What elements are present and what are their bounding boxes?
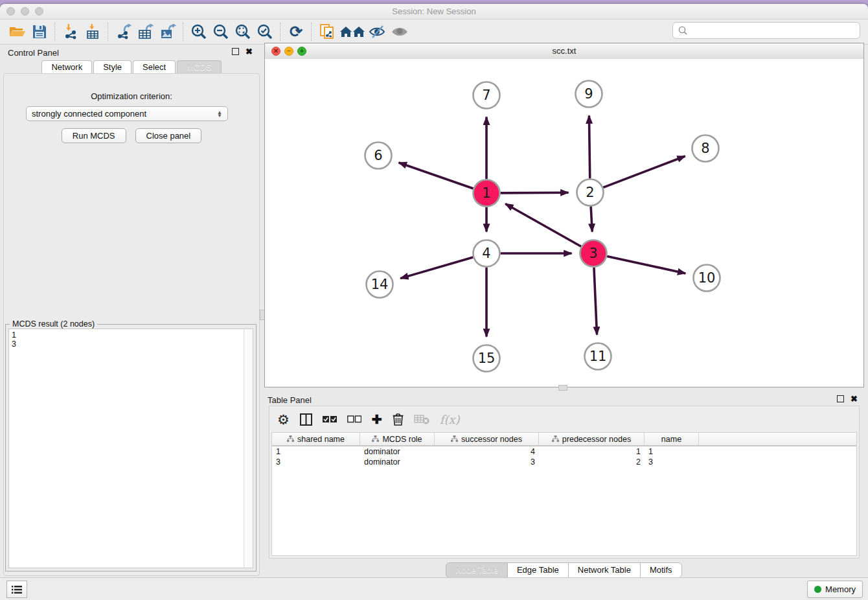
graph-node-4[interactable]: 4: [474, 240, 500, 267]
table-cell-name[interactable]: 3: [645, 457, 699, 467]
float-table-panel-icon[interactable]: [837, 395, 844, 402]
search-input[interactable]: [691, 25, 860, 36]
delete-rows-button[interactable]: [393, 410, 404, 428]
graph-edge-1-2[interactable]: [500, 192, 568, 193]
dropdown-stepper-icon: ▲▼: [217, 111, 222, 117]
graph-node-label: 11: [589, 349, 607, 364]
refresh-button[interactable]: ⟳: [285, 21, 307, 42]
criterion-dropdown[interactable]: strongly connected component ▲▼: [26, 106, 228, 121]
graph-node-11[interactable]: 11: [585, 343, 611, 370]
network-window-titlebar: ✕ − + scc.txt: [265, 43, 863, 60]
task-history-button[interactable]: [6, 581, 27, 598]
tab-motifs[interactable]: Motifs: [640, 562, 682, 578]
tab-mcds[interactable]: MCDS: [177, 60, 221, 74]
graph-node-3[interactable]: 3: [580, 240, 607, 267]
tab-network[interactable]: Network: [41, 60, 92, 74]
first-neighbors-button[interactable]: [338, 21, 367, 42]
graph-edge-2-8[interactable]: [603, 156, 685, 187]
close-panel-button[interactable]: Close panel: [135, 128, 202, 143]
graph-edge-3-11[interactable]: [594, 267, 597, 334]
table-cell-successor-nodes[interactable]: 4: [435, 447, 539, 456]
network-canvas[interactable]: 7968124314101511: [265, 59, 863, 387]
zoom-in-button[interactable]: [188, 21, 210, 42]
table-cell-name[interactable]: 1: [645, 447, 699, 456]
mcds-result-line: 3: [12, 340, 250, 349]
float-panel-icon[interactable]: [232, 48, 239, 55]
add-row-button[interactable]: ✚: [372, 410, 382, 428]
tab-style[interactable]: Style: [93, 60, 131, 74]
close-table-panel-icon[interactable]: ✖: [851, 395, 858, 403]
mcds-result-line: 1: [12, 330, 250, 340]
table-cell-successor-nodes[interactable]: 3: [435, 457, 539, 467]
table-row[interactable]: 1dominator411: [272, 446, 856, 457]
run-mcds-button[interactable]: Run MCDS: [62, 128, 126, 143]
zoom-fit-button[interactable]: [232, 21, 254, 42]
graph-edge-2-3[interactable]: [591, 206, 592, 231]
first-neighbors-icon: [339, 25, 365, 39]
delete-table-button[interactable]: [414, 410, 429, 428]
column-header-predecessor-nodes[interactable]: predecessor nodes: [539, 433, 645, 445]
export-image-button[interactable]: [157, 21, 179, 42]
main-toolbar: ⟳: [0, 19, 868, 45]
tab-node-table[interactable]: Node Table: [446, 562, 508, 578]
show-all-button[interactable]: [389, 21, 411, 42]
search-box[interactable]: [672, 22, 860, 39]
graph-edge-3-10[interactable]: [607, 257, 685, 273]
columns-button[interactable]: [300, 410, 312, 428]
graph-node-10[interactable]: 10: [694, 265, 720, 292]
tab-network-table[interactable]: Network Table: [568, 562, 641, 578]
zoom-selected-button[interactable]: [254, 21, 276, 42]
gear-button[interactable]: ⚙: [277, 410, 290, 428]
graph-node-label: 15: [478, 351, 496, 366]
hide-eye-icon: [369, 25, 387, 39]
graph-node-14[interactable]: 14: [367, 271, 393, 298]
graph-edge-3-1[interactable]: [505, 203, 581, 246]
graph-edge-4-14[interactable]: [400, 257, 473, 279]
zoom-out-icon: [213, 24, 229, 40]
graph-node-8[interactable]: 8: [692, 135, 719, 162]
graph-node-7[interactable]: 7: [474, 82, 500, 109]
select-all-button[interactable]: [323, 410, 337, 428]
column-header-shared-name[interactable]: shared name: [272, 433, 360, 445]
mcds-result-textarea[interactable]: 13: [8, 329, 253, 568]
result-scrollbar[interactable]: [244, 329, 253, 568]
column-header-MCDS-role[interactable]: MCDS role: [360, 433, 435, 445]
graph-edge-1-6[interactable]: [399, 163, 474, 189]
tab-edge-table[interactable]: Edge Table: [507, 562, 569, 578]
memory-button[interactable]: Memory: [807, 581, 863, 598]
tab-select[interactable]: Select: [133, 60, 176, 74]
table-cell-shared-name[interactable]: 3: [272, 457, 360, 467]
close-panel-icon[interactable]: ✖: [246, 47, 253, 56]
graph-node-2[interactable]: 2: [577, 179, 604, 206]
network-from-selection-button[interactable]: [316, 21, 338, 42]
open-file-button[interactable]: [6, 21, 29, 42]
graph-node-1[interactable]: 1: [474, 180, 500, 207]
graph-node-label: 10: [698, 270, 716, 286]
table-cell-predecessor-nodes[interactable]: 2: [539, 457, 645, 467]
deselect-all-button[interactable]: [347, 410, 361, 428]
zoom-out-button[interactable]: [210, 21, 232, 42]
save-session-button[interactable]: [29, 21, 51, 42]
select-all-checkboxes-icon: [323, 415, 337, 423]
window-title: Session: New Session: [0, 6, 868, 16]
export-network-button[interactable]: [113, 21, 135, 42]
graph-node-15[interactable]: 15: [474, 345, 500, 372]
table-cell-MCDS-role[interactable]: dominator: [360, 457, 435, 467]
hide-selected-button[interactable]: [367, 21, 389, 42]
graph-node-9[interactable]: 9: [576, 81, 602, 108]
table-cell-predecessor-nodes[interactable]: 1: [539, 447, 645, 456]
column-header-name[interactable]: name: [645, 433, 699, 445]
zoom-in-icon: [191, 24, 207, 40]
graph-node-6[interactable]: 6: [365, 143, 392, 169]
column-header-successor-nodes[interactable]: successor nodes: [435, 433, 539, 445]
graph-node-label: 4: [482, 246, 490, 261]
table-cell-MCDS-role[interactable]: dominator: [360, 447, 435, 456]
graph-edge-2-9[interactable]: [589, 115, 589, 178]
import-table-button[interactable]: [82, 21, 104, 42]
export-table-button[interactable]: [135, 21, 157, 42]
network-graph: 7968124314101511: [265, 59, 863, 387]
import-network-button[interactable]: [60, 21, 82, 42]
table-cell-shared-name[interactable]: 1: [272, 447, 360, 456]
apply-function-button[interactable]: f(x): [440, 410, 460, 428]
table-row[interactable]: 3dominator323: [272, 457, 856, 467]
